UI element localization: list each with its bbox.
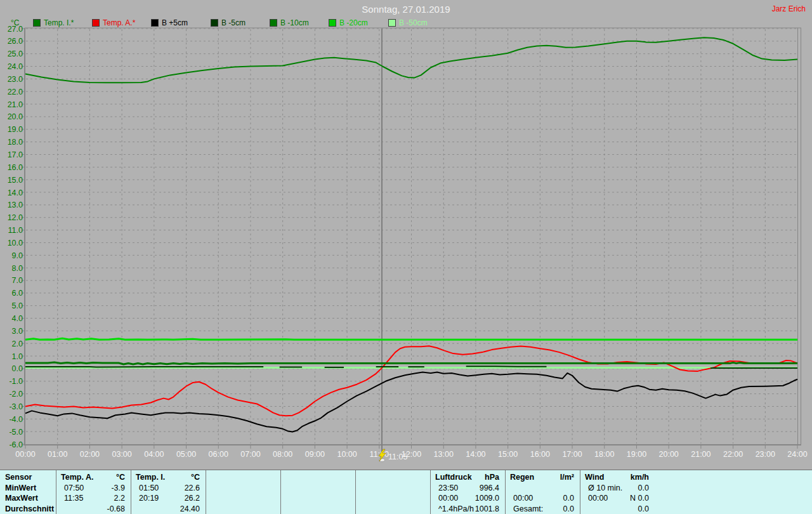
y-tick-label: 22.0 [8, 88, 23, 96]
y-tick-label: 10.0 [8, 239, 23, 247]
temperature-chart[interactable]: 27.026.025.024.023.022.021.020.019.018.0… [0, 0, 812, 470]
y-tick-label: -6.0 [9, 440, 23, 449]
y-axis-labels: 27.026.025.024.023.022.021.020.019.018.0… [8, 25, 23, 449]
x-tick-label: 13:00 [434, 450, 454, 459]
stats-group-name: Wind [585, 472, 604, 483]
stats-time-value: 20:19 [139, 493, 159, 504]
x-tick-label: 04:00 [144, 450, 164, 459]
stats-value: 996.4 [480, 483, 499, 494]
x-tick-label: 02:00 [80, 450, 100, 459]
stats-row-labels: SensorMinWertMaxWertDurchschnitt [0, 470, 56, 514]
y-tick-label: 11.0 [8, 226, 23, 235]
stats-value: -0.68 [107, 504, 126, 514]
x-tick-label: 14:00 [466, 450, 485, 459]
stats-time-value: Gesamt: [513, 504, 543, 514]
chart-frame [23, 28, 801, 445]
y-tick-label: 27.0 [8, 25, 23, 34]
stats-group-name: Regen [510, 472, 534, 483]
y-tick-label: 9.0 [12, 251, 23, 260]
x-tick-label: 17:00 [562, 450, 582, 459]
stats-group-regen: Regenl/m²00:000.0Gesamt:0.0 [505, 470, 580, 514]
cursor-time-label: 11:05 [388, 452, 407, 461]
stats-time-value: 11:35 [64, 493, 83, 504]
stats-time-value: 07:50 [64, 483, 84, 494]
chart-gridlines [26, 29, 797, 444]
y-tick-label: 13.0 [8, 201, 23, 209]
x-tick-label: 22:00 [723, 450, 743, 459]
series-line [25, 338, 797, 339]
x-tick-label: 24:00 [787, 450, 807, 459]
stats-value: 22.6 [185, 483, 200, 494]
x-tick-label: 09:00 [305, 450, 325, 459]
y-tick-label: 15.0 [8, 176, 23, 185]
stats-time-value: Ø 10 min. [588, 483, 622, 494]
stats-group-name: Luftdruck [435, 472, 472, 483]
stats-group-name: Temp. I. [136, 472, 165, 483]
y-tick-label: 4.0 [12, 314, 23, 323]
x-axis-labels: 00:0001:0002:0003:0004:0005:0006:0007:00… [15, 450, 807, 459]
y-tick-label: 26.0 [8, 37, 23, 46]
x-tick-label: 10:00 [337, 450, 357, 459]
stats-table-filler [655, 470, 812, 514]
y-tick-label: -5.0 [9, 428, 23, 437]
stats-group-temp-a-: Temp. A.°C07:50-3.911:352.2-0.68 [56, 470, 131, 514]
stats-value: 1009.0 [475, 493, 499, 504]
x-tick-label: 00:00 [15, 450, 35, 459]
y-tick-label: 17.0 [8, 150, 23, 159]
x-tick-label: 07:00 [240, 450, 260, 459]
weather-app-window: Sonntag, 27.01.2019 Jarz Erich °C Temp. … [0, 0, 812, 514]
y-tick-label: 25.0 [8, 49, 23, 58]
stats-time-value: 00:00 [438, 493, 458, 504]
y-tick-label: 12.0 [8, 213, 23, 222]
y-tick-label: 23.0 [8, 75, 23, 84]
x-tick-label: 15:00 [498, 450, 518, 459]
stats-time-value: 23:50 [438, 483, 458, 494]
y-tick-label: 1.0 [12, 352, 23, 361]
y-tick-label: 19.0 [8, 125, 23, 134]
stats-row-label: MinWert [5, 483, 56, 494]
stats-value: 0.0 [563, 493, 574, 504]
stats-value: 0.0 [638, 483, 649, 494]
x-tick-label: 20:00 [659, 450, 679, 459]
stats-value: 0.0 [563, 504, 574, 514]
y-tick-label: 5.0 [12, 301, 23, 310]
x-tick-label: 21:00 [691, 450, 710, 459]
stats-value: 0.0 [638, 504, 649, 514]
y-tick-label: 18.0 [8, 138, 23, 147]
stats-group-luftdruck: LuftdruckhPa23:50996.400:001009.0^1.4hPa… [430, 470, 505, 514]
x-tick-label: 06:00 [209, 450, 228, 459]
series-line [25, 362, 797, 364]
stats-row-label: Durchschnitt [5, 504, 56, 514]
stats-group-unit: hPa [485, 472, 499, 483]
stats-group-wind: Windkm/hØ 10 min.0.000:00N 0.00.0 [580, 470, 655, 514]
y-tick-label: -1.0 [9, 377, 23, 386]
y-tick-label: -4.0 [9, 415, 23, 424]
y-tick-label: 3.0 [12, 327, 23, 336]
stats-group-empty [355, 470, 430, 514]
stats-value: 24.40 [180, 504, 200, 514]
stats-value: 26.2 [185, 493, 200, 504]
y-tick-label: 20.0 [8, 112, 23, 121]
stats-row-label: Sensor [5, 472, 56, 483]
stats-group-unit: °C [191, 472, 200, 483]
series-b-10cm [25, 362, 797, 364]
stats-group-name: Temp. A. [61, 472, 93, 483]
stats-value: 2.2 [114, 493, 125, 504]
x-tick-label: 01:00 [48, 450, 67, 459]
y-tick-label: 16.0 [8, 163, 23, 172]
x-tick-label: 11:00 [370, 450, 389, 459]
series-b-20cm [25, 338, 797, 339]
stats-group-unit: km/h [631, 472, 649, 483]
x-tick-label: 19:00 [627, 450, 646, 459]
y-tick-label: 0.0 [12, 364, 23, 373]
stats-row-label: MaxWert [5, 493, 56, 504]
x-tick-label: 08:00 [273, 450, 292, 459]
y-tick-label: 21.0 [8, 100, 23, 109]
x-tick-label: 18:00 [594, 450, 614, 459]
stats-table: SensorMinWertMaxWertDurchschnittTemp. A.… [0, 470, 812, 514]
stats-value: 1001.8 [475, 504, 499, 514]
stats-group-empty [280, 470, 355, 514]
stats-time-value: 01:50 [139, 483, 159, 494]
series-line [25, 367, 263, 367]
x-tick-label: 16:00 [530, 450, 550, 459]
